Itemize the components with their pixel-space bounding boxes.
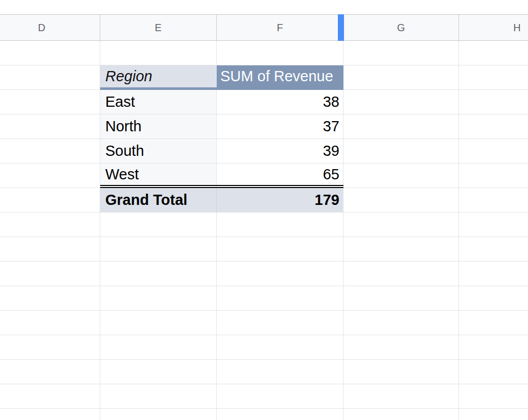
pivot-grand-total-value[interactable]: 179 (217, 188, 343, 212)
pivot-row-west: West 65 (100, 164, 343, 185)
spreadsheet-canvas: D E F G H Region SUM of Revenue East 38 … (0, 0, 528, 420)
column-header-f[interactable]: F (217, 15, 343, 40)
pivot-row-value[interactable]: 65 (217, 164, 343, 185)
pivot-row-label[interactable]: North (100, 114, 217, 138)
pivot-row-value[interactable]: 38 (217, 90, 343, 114)
pivot-table: Region SUM of Revenue East 38 North 37 S… (100, 65, 343, 213)
pivot-grand-total-row: Grand Total 179 (100, 188, 343, 213)
pivot-header-row: Region SUM of Revenue (100, 65, 343, 90)
pivot-row-value[interactable]: 39 (217, 139, 343, 163)
pivot-header-sum-cell[interactable]: SUM of Revenue (217, 65, 343, 87)
column-header-h[interactable]: H (459, 15, 528, 40)
column-header-e[interactable]: E (100, 15, 217, 40)
pivot-row-north: North 37 (100, 114, 343, 139)
pivot-row-south: South 39 (100, 139, 343, 164)
pivot-header-region-cell[interactable]: Region (100, 65, 217, 87)
pivot-row-label[interactable]: West (100, 164, 217, 185)
sheet-grid[interactable]: Region SUM of Revenue East 38 North 37 S… (0, 41, 528, 420)
column-boundary-indicator[interactable] (338, 14, 344, 41)
pivot-grand-total-label[interactable]: Grand Total (100, 188, 217, 212)
column-header-d[interactable]: D (0, 15, 100, 40)
pivot-row-label[interactable]: South (100, 139, 217, 163)
column-header-row: D E F G H (0, 14, 528, 41)
pivot-row-east: East 38 (100, 90, 343, 114)
pivot-row-value[interactable]: 37 (217, 114, 343, 138)
pivot-row-label[interactable]: East (100, 90, 217, 114)
top-strip (0, 0, 528, 14)
column-header-g[interactable]: G (343, 15, 459, 40)
